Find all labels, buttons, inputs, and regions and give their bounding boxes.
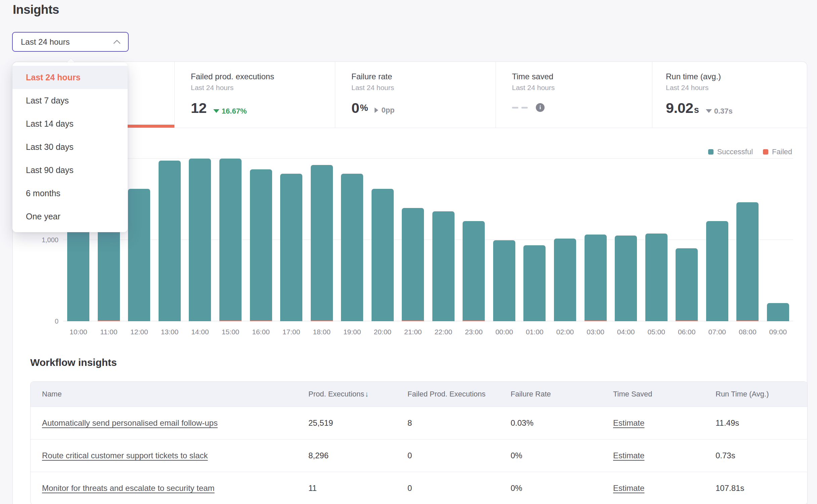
bar-group[interactable] (124, 151, 155, 321)
bar-failed[interactable] (219, 320, 242, 321)
bar-successful[interactable] (189, 159, 211, 321)
column-header-name[interactable]: Name (31, 390, 308, 398)
bar-group[interactable] (185, 151, 215, 321)
stat-card-time-saved[interactable]: Time saved Last 24 hours i (496, 62, 652, 128)
bar-failed[interactable] (98, 320, 120, 321)
bar-group[interactable] (611, 151, 641, 321)
bar-group[interactable] (550, 151, 580, 321)
menu-item-one-year[interactable]: One year (12, 205, 128, 228)
bar-group[interactable] (337, 151, 368, 321)
bar-successful[interactable] (67, 225, 89, 321)
card-subtitle: Last 24 hours (666, 84, 804, 92)
bar-group[interactable] (732, 151, 763, 321)
bar-failed[interactable] (402, 320, 424, 321)
bar-successful[interactable] (523, 245, 546, 321)
column-header-failed-prod-executions[interactable]: Failed Prod. Executions (407, 390, 511, 398)
stat-cards-row: Failed prod. executions Last 24 hours 12… (13, 62, 807, 128)
bar-successful[interactable] (585, 235, 607, 320)
legend-item-failed[interactable]: Failed (763, 148, 792, 156)
bar-successful[interactable] (706, 221, 728, 321)
bar-successful[interactable] (615, 236, 637, 321)
bar-failed[interactable] (736, 320, 759, 321)
menu-item-last-30-days[interactable]: Last 30 days (12, 135, 128, 159)
stat-card-failure-rate[interactable]: Failure rate Last 24 hours 0 % 0pp (335, 62, 496, 128)
bar-successful[interactable] (159, 161, 181, 321)
bar-group[interactable] (155, 151, 185, 321)
bar-group[interactable] (276, 151, 307, 321)
workflow-link[interactable]: Route critical customer support tickets … (42, 451, 208, 460)
bar-successful[interactable] (311, 165, 333, 320)
card-value: 0 (351, 100, 359, 116)
card-title: Failure rate (351, 72, 492, 81)
menu-item-last-24-hours[interactable]: Last 24 hours (12, 66, 128, 89)
x-axis-labels: 10:0011:0012:0013:0014:0015:0016:0017:00… (63, 328, 793, 336)
bar-successful[interactable] (341, 174, 363, 321)
card-delta-text: 0pp (381, 106, 394, 115)
bar-successful[interactable] (250, 169, 272, 320)
empty-value-dashes (512, 107, 528, 109)
legend-item-successful[interactable]: Successful (708, 148, 753, 156)
bar-successful[interactable] (767, 303, 789, 321)
bar-group[interactable] (459, 151, 489, 321)
x-axis-label: 03:00 (580, 328, 611, 336)
x-axis-label: 01:00 (519, 328, 550, 336)
chevron-up-icon (113, 40, 121, 44)
info-icon[interactable]: i (536, 103, 545, 112)
bar-successful[interactable] (676, 248, 698, 320)
menu-item-last-7-days[interactable]: Last 7 days (12, 89, 128, 112)
bar-group[interactable] (702, 151, 732, 321)
bar-successful[interactable] (463, 221, 485, 320)
bar-group[interactable] (641, 151, 672, 321)
bar-failed[interactable] (311, 320, 333, 321)
bar-group[interactable] (367, 151, 398, 321)
insights-panel: Failed prod. executions Last 24 hours 12… (12, 61, 807, 504)
menu-item-last-90-days[interactable]: Last 90 days (12, 159, 128, 182)
menu-item-last-14-days[interactable]: Last 14 days (12, 112, 128, 135)
bar-group[interactable] (580, 151, 611, 321)
bar-group[interactable] (306, 151, 337, 321)
x-axis-label: 09:00 (763, 328, 793, 336)
estimate-link[interactable]: Estimate (613, 418, 644, 427)
bar-successful[interactable] (432, 211, 455, 321)
chart-legend: Successful Failed (708, 148, 792, 156)
column-header-run-time[interactable]: Run Time (Avg.) (716, 390, 807, 398)
bar-successful[interactable] (372, 189, 394, 321)
column-header-time-saved[interactable]: Time Saved (613, 390, 716, 398)
bar-group[interactable] (428, 151, 459, 321)
failure-rate-value: 0% (511, 451, 613, 460)
bar-successful[interactable] (280, 174, 302, 321)
time-filter-select[interactable]: Last 24 hours (12, 32, 129, 52)
bar-successful[interactable] (128, 189, 150, 321)
column-header-failure-rate[interactable]: Failure Rate (511, 390, 613, 398)
bar-successful[interactable] (736, 202, 759, 320)
bar-successful[interactable] (402, 208, 424, 320)
bar-failed[interactable] (250, 320, 272, 321)
bar-group[interactable] (215, 151, 246, 321)
bar-successful[interactable] (554, 239, 576, 321)
bar-failed[interactable] (676, 320, 698, 321)
bar-group[interactable] (246, 151, 276, 321)
menu-item-6-months[interactable]: 6 months (12, 182, 128, 205)
stat-card-run-time[interactable]: Run time (avg.) Last 24 hours 9.02 s 0.3… (652, 62, 807, 128)
estimate-link[interactable]: Estimate (613, 484, 644, 493)
x-axis-label: 07:00 (702, 328, 732, 336)
bar-group[interactable] (489, 151, 520, 321)
stat-card-failed-prod-executions[interactable]: Failed prod. executions Last 24 hours 12… (174, 62, 335, 128)
bar-failed[interactable] (463, 320, 485, 321)
workflow-link[interactable]: Automatically send personalised email fo… (42, 418, 218, 427)
bar-successful[interactable] (645, 234, 668, 321)
x-axis-label: 17:00 (276, 328, 307, 336)
bar-group[interactable] (519, 151, 550, 321)
workflow-link[interactable]: Monitor for threats and escalate to secu… (42, 484, 215, 493)
bar-group[interactable] (672, 151, 702, 321)
bar-successful[interactable] (98, 224, 120, 320)
bar-group[interactable] (763, 151, 793, 321)
column-header-prod-executions[interactable]: Prod. Executions↓ (308, 390, 407, 398)
bar-successful[interactable] (493, 240, 515, 321)
bar-group[interactable] (398, 151, 428, 321)
bar-failed[interactable] (585, 320, 607, 321)
x-axis-label: 13:00 (155, 328, 185, 336)
estimate-link[interactable]: Estimate (613, 451, 644, 460)
failed-prod-executions-value: 0 (407, 484, 511, 493)
bar-successful[interactable] (219, 159, 242, 320)
